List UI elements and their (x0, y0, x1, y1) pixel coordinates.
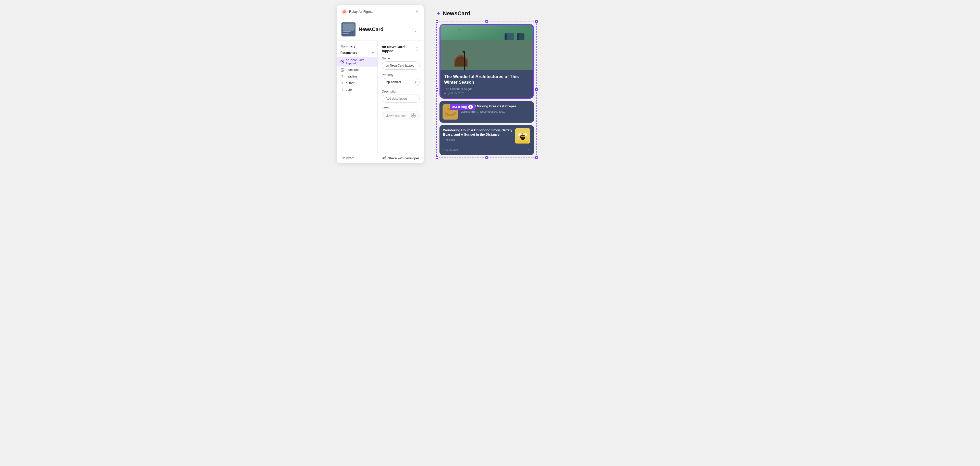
description-field-row: Description (382, 90, 420, 103)
bottom-card-footer: 4 hours ago ⋮ (443, 147, 530, 152)
news-cards-container: The Wonderful Architectures of This Wint… (439, 24, 534, 155)
bottom-card-content: Wondering Hour: A Childhood Story, Grizz… (443, 128, 512, 141)
hero-headline: The Wonderful Architectures of This Wint… (444, 74, 529, 85)
param-name-headline: headline (346, 75, 357, 78)
bee-thumbnail (515, 128, 530, 144)
param-list: on NewsCard tapped thumbnail (337, 57, 377, 93)
panel-footer: No errors Share with developer (337, 153, 424, 163)
component-more-button[interactable]: ⋮ (412, 26, 419, 33)
param-item-date[interactable]: T date (337, 86, 377, 93)
param-item-event[interactable]: on NewsCard tapped (337, 57, 377, 67)
name-label: Name (382, 57, 420, 60)
event-icon (340, 60, 344, 63)
component-thumbnail (342, 22, 355, 36)
delete-icon (415, 48, 419, 51)
small-card-meta: Morning Bre... November 10, 2021 (460, 110, 531, 113)
svg-point-11 (412, 115, 414, 117)
canvas-header: ✦ NewsCard (436, 10, 638, 17)
component-info: NewsCard (342, 22, 383, 36)
share-button[interactable]: Share with developer (382, 156, 419, 160)
property-select[interactable]: tap-handler long-press-handler (382, 78, 420, 86)
canvas-panel: ✦ NewsCard (431, 5, 643, 163)
corner-handle-bl[interactable] (436, 156, 438, 159)
bottom-card-headline: Wondering Hour: A Childhood Story, Grizz… (443, 128, 512, 137)
share-icon (382, 156, 387, 160)
svg-point-12 (413, 116, 414, 116)
bottom-card-more-button[interactable]: ⋮ (526, 147, 530, 152)
time-ago-label: 4 hours ago (443, 148, 458, 151)
right-column: on NewsCard tapped (378, 41, 424, 153)
small-card-crepe[interactable]: The Art of Making Breakfast Crepes Morni… (439, 101, 534, 123)
corner-handle-mr[interactable] (535, 88, 538, 91)
corner-handle-tm[interactable] (485, 20, 488, 23)
svg-line-20 (383, 157, 385, 158)
component-header: NewsCard ⋮ (337, 18, 424, 41)
layer-value: view=hero-item (386, 114, 407, 117)
more-icon: ⋮ (414, 27, 418, 32)
params-header: Parameters + (337, 51, 377, 57)
bottom-card[interactable]: Wondering Hour: A Childhood Story, Grizz… (439, 125, 534, 155)
corner-handle-ml[interactable] (436, 88, 438, 91)
small-card-date: November 10, 2021 (480, 110, 505, 113)
svg-point-5 (342, 69, 342, 70)
size-badge-plus-icon: + (468, 105, 473, 109)
text-icon-date: T (340, 88, 344, 92)
param-name-author: author (346, 81, 355, 85)
corner-handle-br[interactable] (535, 156, 538, 159)
summary-title: Summary (337, 44, 377, 51)
relay-logo-icon (342, 9, 347, 14)
relay-canvas-icon: ✦ (436, 10, 441, 17)
delete-button[interactable] (414, 46, 420, 52)
left-column: Summary Parameters + (337, 41, 378, 153)
panel-header-left: Relay for Figma (342, 9, 372, 14)
description-label: Description (382, 90, 420, 93)
svg-line-21 (383, 158, 385, 159)
corner-handle-bm[interactable] (485, 156, 488, 159)
param-item-author[interactable]: T author (337, 80, 377, 86)
app-title: Relay for Figma (349, 10, 372, 14)
hero-card[interactable]: The Wonderful Architectures of This Wint… (439, 24, 534, 99)
description-input[interactable] (382, 95, 420, 103)
bottom-card-author: The Bees (443, 138, 512, 141)
bottom-card-inner: Wondering Hour: A Childhood Story, Grizz… (443, 128, 530, 144)
layer-field-row: Layer view=hero-item (382, 106, 420, 120)
corner-handle-tl[interactable] (436, 20, 438, 23)
size-badge-label: 354 × Hug (452, 105, 467, 109)
hero-author: The Seasonal Sagas (444, 87, 529, 91)
text-icon-headline: T (340, 75, 344, 78)
share-label: Share with developer (388, 156, 419, 160)
text-icon-author: T (340, 81, 344, 85)
param-name-thumbnail: thumbnail (346, 68, 359, 71)
small-card-author: Morning Bre... (460, 110, 478, 113)
name-field-row: Name (382, 57, 420, 70)
svg-rect-9 (417, 48, 417, 50)
name-input[interactable] (382, 62, 420, 70)
right-col-header: on NewsCard tapped (382, 45, 420, 53)
param-name-date: date (346, 88, 352, 92)
svg-point-3 (342, 61, 343, 62)
svg-rect-31 (520, 137, 525, 138)
event-editor-title: on NewsCard tapped (382, 45, 414, 53)
svg-rect-4 (341, 68, 344, 71)
panel-header: Relay for Figma ✕ (337, 5, 424, 18)
close-icon: ✕ (415, 9, 418, 14)
property-field-row: Property tap-handler long-press-handler … (382, 73, 420, 86)
svg-rect-7 (417, 47, 418, 48)
svg-rect-30 (520, 135, 525, 136)
hero-card-content: The Wonderful Architectures of This Wint… (440, 70, 533, 98)
svg-point-18 (385, 159, 386, 160)
svg-point-17 (385, 156, 386, 157)
corner-handle-tr[interactable] (535, 20, 538, 23)
canvas-title: NewsCard (443, 10, 470, 17)
property-select-wrapper: tap-handler long-press-handler ▾ (382, 78, 420, 86)
param-item-headline[interactable]: T headline (337, 73, 377, 80)
close-button[interactable]: ✕ (415, 9, 419, 14)
hero-date: August 25, 2021 (444, 92, 529, 95)
add-param-button[interactable]: + (372, 51, 374, 55)
layer-display: view=hero-item (382, 111, 420, 120)
property-label: Property (382, 73, 420, 77)
canvas-selection-area: The Wonderful Architectures of This Wint… (436, 21, 537, 158)
param-name-event: on NewsCard tapped (346, 59, 374, 65)
no-errors-label: No errors (342, 156, 354, 160)
param-item-thumbnail[interactable]: thumbnail (337, 67, 377, 73)
